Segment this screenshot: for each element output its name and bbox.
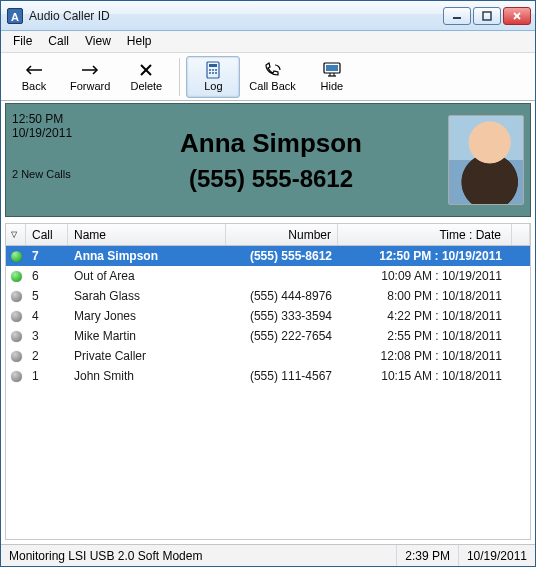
- menubar: File Call View Help: [1, 31, 535, 53]
- caller-name: Anna Simpson: [180, 128, 362, 159]
- menu-call[interactable]: Call: [40, 31, 77, 52]
- svg-point-15: [215, 72, 217, 74]
- callback-label: Call Back: [249, 80, 295, 92]
- cell-call: 3: [26, 329, 68, 343]
- current-call-time: 12:50 PM: [12, 112, 94, 126]
- back-button[interactable]: Back: [7, 56, 61, 98]
- caller-panel: 12:50 PM 10/19/2011 2 New Calls Anna Sim…: [5, 103, 531, 217]
- status-dot-icon: [11, 371, 22, 382]
- app-window: A Audio Caller ID File Call View Help Ba…: [0, 0, 536, 567]
- cell-name: John Smith: [68, 369, 226, 383]
- log-label: Log: [204, 80, 222, 92]
- forward-arrow-icon: [79, 61, 101, 79]
- col-timedate-header[interactable]: Time : Date: [338, 224, 512, 245]
- col-scroll-spacer: [512, 224, 530, 245]
- cell-call: 6: [26, 269, 68, 283]
- cell-number: (555) 222-7654: [226, 329, 338, 343]
- minimize-button[interactable]: [443, 7, 471, 25]
- table-row[interactable]: 2Private Caller12:08 PM : 10/18/2011: [6, 346, 530, 366]
- status-date: 10/19/2011: [459, 545, 535, 566]
- cell-number: (555) 333-3594: [226, 309, 338, 323]
- cell-timedate: 4:22 PM : 10/18/2011: [338, 309, 512, 323]
- svg-point-10: [209, 69, 211, 71]
- table-row[interactable]: 4Mary Jones(555) 333-35944:22 PM : 10/18…: [6, 306, 530, 326]
- col-number-header[interactable]: Number: [226, 224, 338, 245]
- cell-call: 2: [26, 349, 68, 363]
- caller-panel-right: [442, 104, 530, 216]
- status-time: 2:39 PM: [397, 545, 459, 566]
- back-label: Back: [22, 80, 46, 92]
- menu-file[interactable]: File: [5, 31, 40, 52]
- cell-call: 1: [26, 369, 68, 383]
- current-call-date: 10/19/2011: [12, 126, 94, 140]
- table-body: 7Anna Simpson(555) 555-861212:50 PM : 10…: [6, 246, 530, 539]
- status-dot-icon: [11, 331, 22, 342]
- cell-name: Out of Area: [68, 269, 226, 283]
- statusbar: Monitoring LSI USB 2.0 Soft Modem 2:39 P…: [1, 544, 535, 566]
- window-title: Audio Caller ID: [29, 9, 443, 23]
- log-button[interactable]: Log: [186, 56, 240, 98]
- forward-button[interactable]: Forward: [63, 56, 117, 98]
- delete-x-icon: [135, 61, 157, 79]
- cell-number: (555) 555-8612: [226, 249, 338, 263]
- status-dot-cell: [6, 331, 26, 342]
- status-dot-icon: [11, 251, 22, 262]
- status-dot-cell: [6, 271, 26, 282]
- forward-label: Forward: [70, 80, 110, 92]
- status-dot-icon: [11, 291, 22, 302]
- titlebar: A Audio Caller ID: [1, 1, 535, 31]
- delete-label: Delete: [130, 80, 162, 92]
- back-arrow-icon: [23, 61, 45, 79]
- app-icon: A: [7, 8, 23, 24]
- menu-help[interactable]: Help: [119, 31, 160, 52]
- col-name-header[interactable]: Name: [68, 224, 226, 245]
- col-sort-indicator[interactable]: ▽: [6, 224, 26, 245]
- cell-name: Mary Jones: [68, 309, 226, 323]
- cell-call: 4: [26, 309, 68, 323]
- status-dot-icon: [11, 311, 22, 322]
- maximize-button[interactable]: [473, 7, 501, 25]
- cell-timedate: 12:08 PM : 10/18/2011: [338, 349, 512, 363]
- status-dot-cell: [6, 311, 26, 322]
- table-row[interactable]: 5Sarah Glass(555) 444-89768:00 PM : 10/1…: [6, 286, 530, 306]
- cell-name: Mike Martin: [68, 329, 226, 343]
- caller-panel-left: 12:50 PM 10/19/2011 2 New Calls: [6, 104, 100, 216]
- close-button[interactable]: [503, 7, 531, 25]
- caller-panel-center: Anna Simpson (555) 555-8612: [100, 104, 442, 216]
- cell-timedate: 10:09 AM : 10/19/2011: [338, 269, 512, 283]
- hide-button[interactable]: Hide: [305, 56, 359, 98]
- cell-name: Sarah Glass: [68, 289, 226, 303]
- toolbar: Back Forward Delete Log Call Back Hide: [1, 53, 535, 101]
- callback-button[interactable]: Call Back: [242, 56, 302, 98]
- svg-point-11: [212, 69, 214, 71]
- caller-number: (555) 555-8612: [189, 165, 353, 193]
- col-call-header[interactable]: Call: [26, 224, 68, 245]
- new-calls-count: 2 New Calls: [12, 168, 94, 180]
- cell-timedate: 10:15 AM : 10/18/2011: [338, 369, 512, 383]
- table-header: ▽ Call Name Number Time : Date: [6, 224, 530, 246]
- status-monitoring: Monitoring LSI USB 2.0 Soft Modem: [1, 545, 397, 566]
- table-row[interactable]: 7Anna Simpson(555) 555-861212:50 PM : 10…: [6, 246, 530, 266]
- cell-number: (555) 444-8976: [226, 289, 338, 303]
- cell-number: (555) 111-4567: [226, 369, 338, 383]
- log-calculator-icon: [202, 61, 224, 79]
- window-buttons: [443, 7, 531, 25]
- cell-name: Private Caller: [68, 349, 226, 363]
- table-row[interactable]: 1John Smith(555) 111-456710:15 AM : 10/1…: [6, 366, 530, 386]
- status-dot-cell: [6, 351, 26, 362]
- svg-rect-1: [483, 12, 491, 20]
- status-dot-icon: [11, 351, 22, 362]
- status-dot-cell: [6, 371, 26, 382]
- callback-phone-icon: [262, 61, 284, 79]
- delete-button[interactable]: Delete: [119, 56, 173, 98]
- table-row[interactable]: 3Mike Martin(555) 222-76542:55 PM : 10/1…: [6, 326, 530, 346]
- cell-call: 5: [26, 289, 68, 303]
- menu-view[interactable]: View: [77, 31, 119, 52]
- status-dot-icon: [11, 271, 22, 282]
- cell-call: 7: [26, 249, 68, 263]
- hide-label: Hide: [321, 80, 344, 92]
- svg-rect-17: [326, 65, 338, 71]
- table-row[interactable]: 6Out of Area10:09 AM : 10/19/2011: [6, 266, 530, 286]
- svg-point-13: [209, 72, 211, 74]
- svg-rect-9: [209, 64, 217, 67]
